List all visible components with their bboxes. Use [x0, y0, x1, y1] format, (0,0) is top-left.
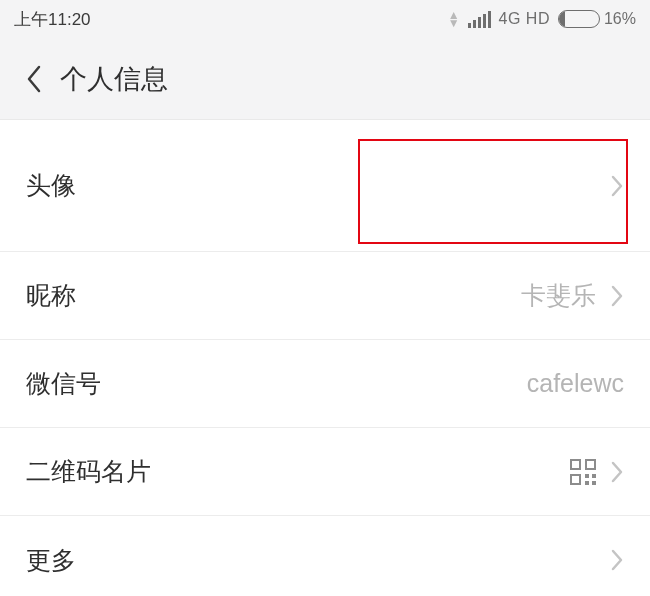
row-nickname-label: 昵称	[26, 279, 76, 312]
data-activity-icon: ▲▼	[448, 11, 460, 27]
chevron-right-icon	[610, 460, 624, 484]
row-wechat-id-label: 微信号	[26, 367, 101, 400]
status-right: ▲▼ 4G HD 16%	[448, 10, 636, 28]
row-qr-card-label: 二维码名片	[26, 455, 151, 488]
chevron-right-icon	[610, 284, 624, 308]
battery-percent: 16%	[604, 10, 636, 28]
back-button[interactable]	[14, 59, 54, 99]
chevron-right-icon	[610, 174, 624, 198]
row-wechat-id: 微信号 cafelewc	[0, 340, 650, 428]
title-bar: 个人信息	[0, 38, 650, 120]
row-nickname-value: 卡斐乐	[521, 279, 596, 312]
row-more-label: 更多	[26, 544, 76, 577]
screen: 上午11:20 ▲▼ 4G HD 16% 个人信息 头像	[0, 0, 650, 596]
row-qr-card[interactable]: 二维码名片	[0, 428, 650, 516]
network-label: 4G HD	[499, 10, 550, 28]
battery-indicator: 16%	[558, 10, 636, 28]
row-avatar[interactable]: 头像	[0, 120, 650, 252]
signal-icon	[468, 11, 491, 28]
row-nickname[interactable]: 昵称 卡斐乐	[0, 252, 650, 340]
chevron-right-icon	[610, 548, 624, 572]
row-avatar-label: 头像	[26, 169, 76, 202]
page-title: 个人信息	[60, 61, 168, 97]
status-bar: 上午11:20 ▲▼ 4G HD 16%	[0, 0, 650, 38]
row-more[interactable]: 更多	[0, 516, 650, 596]
status-time: 上午11:20	[14, 8, 91, 31]
qrcode-icon	[570, 459, 596, 485]
row-wechat-id-value: cafelewc	[527, 369, 624, 398]
chevron-left-icon	[25, 64, 43, 94]
